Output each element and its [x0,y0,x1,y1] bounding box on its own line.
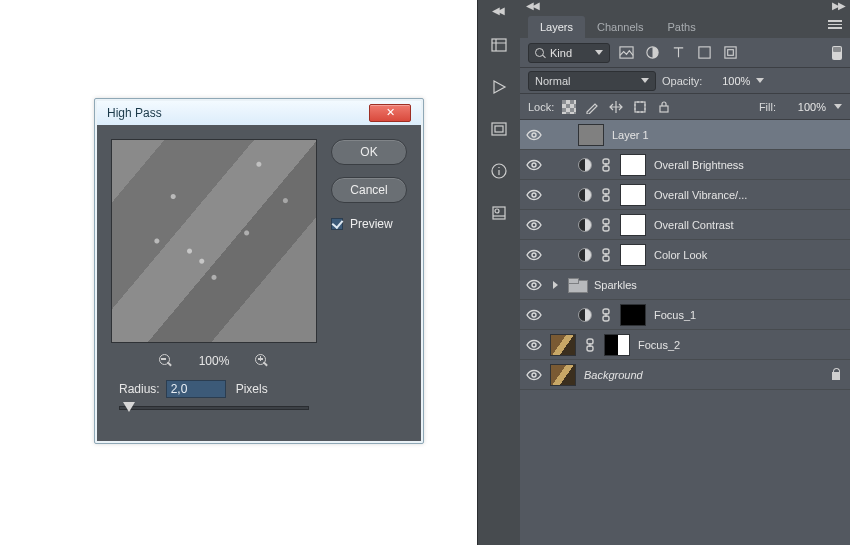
layer-name[interactable]: Focus_1 [654,309,842,321]
properties-panel-icon[interactable] [490,120,508,142]
layer-name[interactable]: Layer 1 [612,129,842,141]
cancel-button[interactable]: Cancel [331,177,407,203]
adjustment-icon[interactable] [578,308,592,322]
chevron-down-icon [595,50,603,55]
layer-row[interactable]: Background [520,360,850,390]
filter-type-icon[interactable] [668,44,688,62]
actions-panel-icon[interactable] [490,78,508,100]
ok-button[interactable]: OK [331,139,407,165]
svg-point-5 [495,209,499,213]
zoom-in-icon[interactable] [255,354,269,368]
mask-link-icon[interactable] [600,248,612,262]
svg-rect-1 [492,123,506,135]
layer-mask-thumbnail[interactable] [620,184,646,206]
layer-name[interactable]: Sparkles [594,279,842,291]
svg-rect-11 [635,102,645,112]
visibility-icon[interactable] [526,277,542,293]
mask-link-icon[interactable] [600,308,612,322]
visibility-icon[interactable] [526,337,542,353]
layer-row[interactable]: Overall Vibrance/... [520,180,850,210]
dock-collapse-icon[interactable]: ◀◀ [492,5,506,16]
visibility-icon[interactable] [526,367,542,383]
layer-row[interactable]: Overall Brightness [520,150,850,180]
zoom-out-icon[interactable] [159,354,173,368]
panel-collapse-right-icon[interactable]: ▶▶ [832,0,844,14]
radius-slider[interactable] [119,401,309,417]
visibility-icon[interactable] [526,157,542,173]
filter-shape-icon[interactable] [694,44,714,62]
tab-channels[interactable]: Channels [585,16,655,38]
disclosure-triangle-icon[interactable] [550,280,560,290]
history-panel-icon[interactable] [490,36,508,58]
visibility-icon[interactable] [526,307,542,323]
filter-kind-dropdown[interactable]: Kind [528,43,610,63]
visibility-icon[interactable] [526,217,542,233]
tab-paths[interactable]: Paths [656,16,708,38]
lock-pixels-icon[interactable] [584,99,600,115]
layer-name[interactable]: Color Look [654,249,842,261]
fill-input[interactable] [784,98,826,116]
visibility-icon[interactable] [526,127,542,143]
slider-thumb[interactable] [123,402,135,412]
character-panel-icon[interactable] [490,204,508,226]
dialog-titlebar[interactable]: High Pass ✕ [97,101,421,125]
high-pass-dialog: High Pass ✕ 100% Radius: Pixels [94,98,424,444]
layer-row[interactable]: Focus_2 [520,330,850,360]
adjustment-icon[interactable] [578,188,592,202]
dialog-frame: High Pass ✕ 100% Radius: Pixels [97,101,421,441]
adjustment-icon[interactable] [578,218,592,232]
mask-link-icon[interactable] [584,338,596,352]
layer-mask-thumbnail[interactable] [620,154,646,176]
blend-mode-dropdown[interactable]: Normal [528,71,656,91]
chevron-down-icon[interactable] [756,78,764,83]
layer-row[interactable]: Overall Contrast [520,210,850,240]
layer-mask-thumbnail[interactable] [620,304,646,326]
info-panel-icon[interactable] [490,162,508,184]
layer-name[interactable]: Focus_2 [638,339,842,351]
adjustment-icon[interactable] [578,248,592,262]
visibility-icon[interactable] [526,247,542,263]
svg-rect-4 [493,207,505,219]
adjustment-icon[interactable] [578,158,592,172]
layer-thumbnail[interactable] [550,364,576,386]
filter-image-icon[interactable] [616,44,636,62]
layer-name[interactable]: Overall Brightness [654,159,842,171]
panel-main: ◀◀ ▶▶ Layers Channels Paths Kind Normal [520,0,850,545]
filter-toggle-switch[interactable] [832,46,842,60]
opacity-input[interactable] [708,72,750,90]
layer-thumbnail[interactable] [578,124,604,146]
layer-mask-thumbnail[interactable] [604,334,630,356]
preview-checkbox-icon [331,218,343,230]
layer-mask-thumbnail[interactable] [620,244,646,266]
panel-menu-icon[interactable] [828,20,842,29]
layer-name[interactable]: Overall Vibrance/... [654,189,842,201]
svg-rect-2 [495,126,503,132]
lock-artboard-icon[interactable] [632,99,648,115]
mask-link-icon[interactable] [600,218,612,232]
layer-row[interactable]: Layer 1 [520,120,850,150]
lock-all-icon[interactable] [656,99,672,115]
lock-transparency-icon[interactable] [562,100,576,114]
tab-layers[interactable]: Layers [528,16,585,38]
filter-preview[interactable] [111,139,317,343]
close-button[interactable]: ✕ [369,104,411,122]
layer-row[interactable]: Color Look [520,240,850,270]
lock-icon [830,368,842,381]
lock-position-icon[interactable] [608,99,624,115]
filter-adjustment-icon[interactable] [642,44,662,62]
filter-smartobject-icon[interactable] [720,44,740,62]
mask-link-icon[interactable] [600,158,612,172]
mask-link-icon[interactable] [600,188,612,202]
chevron-down-icon[interactable] [834,104,842,109]
layer-thumbnail[interactable] [550,334,576,356]
layer-row[interactable]: Sparkles [520,270,850,300]
layer-name[interactable]: Overall Contrast [654,219,842,231]
layer-name[interactable]: Background [584,369,822,381]
layer-mask-thumbnail[interactable] [620,214,646,236]
visibility-icon[interactable] [526,187,542,203]
layer-row[interactable]: Focus_1 [520,300,850,330]
radius-input[interactable] [166,380,226,398]
preview-toggle[interactable]: Preview [331,217,407,231]
panel-collapse-left-icon[interactable]: ◀◀ [526,0,538,14]
svg-point-27 [532,313,536,317]
